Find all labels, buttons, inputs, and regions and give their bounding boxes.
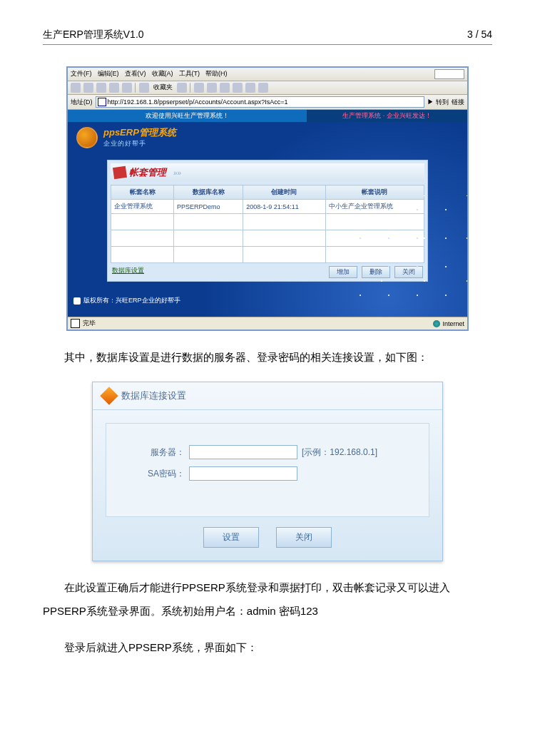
banner-welcome: 欢迎使用兴旺生产管理系统！ (68, 110, 307, 122)
speaker-icon (73, 297, 81, 305)
forward-icon[interactable] (83, 83, 93, 93)
back-icon[interactable] (71, 83, 81, 93)
copyright-bar: 版权所有：兴旺ERP企业的好帮手 (73, 296, 180, 305)
col-db: 数据库名称 (174, 185, 243, 200)
zone-icon (433, 320, 440, 327)
edit-icon[interactable] (220, 83, 230, 93)
toolbar: 收藏夹 (68, 81, 467, 95)
address-label: 地址(D) (71, 98, 93, 107)
search-icon[interactable] (139, 83, 149, 93)
extra1-icon[interactable] (233, 83, 243, 93)
menu-edit[interactable]: 编辑(E) (98, 69, 119, 79)
password-input[interactable] (189, 466, 297, 481)
server-row: 服务器： [示例：192.168.0.1] (121, 445, 414, 459)
server-hint: [示例：192.168.0.1] (302, 446, 377, 459)
stop-icon[interactable] (96, 83, 106, 93)
go-button[interactable]: ▶ 转到 (427, 98, 449, 107)
browser-window: 文件(F) 编辑(E) 查看(V) 收藏(A) 工具(T) 帮助(H) 收藏夹 (66, 66, 469, 331)
db-settings-link[interactable]: 数据库设置 (112, 266, 144, 278)
logo-area: ppsERP管理系统 企业的好帮手 (68, 122, 467, 153)
page-number: 3 / 54 (467, 29, 492, 41)
panel-title-bar: 帐套管理 »» (111, 163, 424, 182)
doc-title: 生产ERP管理系统V1.0 (43, 29, 382, 41)
url-text: http://192.168.1.8/ppserpset/p/Accounts/… (108, 98, 288, 106)
set-button[interactable]: 设置 (203, 527, 259, 548)
separator (135, 83, 136, 93)
decorative-sparkles (346, 195, 467, 317)
menu-file[interactable]: 文件(F) (71, 69, 92, 79)
brand-sub: 企业的好帮手 (103, 139, 176, 148)
dialog-title: 数据库连接设置 (121, 389, 186, 402)
cell-db: PPSERPDemo (174, 200, 243, 214)
history-icon[interactable] (177, 83, 187, 93)
top-banner: 欢迎使用兴旺生产管理系统！ 生产管理系统 · 企业兴旺发达！ (68, 110, 467, 122)
server-label: 服务器： (121, 446, 185, 459)
page-icon (98, 98, 106, 106)
dialog-body: 服务器： [示例：192.168.0.1] SA密码： (106, 423, 429, 517)
col-created: 创建时间 (243, 185, 325, 200)
page-header: 生产ERP管理系统V1.0 3 / 54 (43, 29, 492, 45)
copyright-text: 版权所有：兴旺ERP企业的好帮手 (83, 296, 180, 305)
server-input[interactable] (189, 445, 297, 459)
password-label: SA密码： (121, 468, 185, 480)
status-bar: 完毕 Internet (68, 317, 467, 330)
status-done: 完毕 (83, 319, 96, 328)
print-icon[interactable] (207, 83, 217, 93)
address-input[interactable]: http://192.168.1.8/ppserpset/p/Accounts/… (96, 96, 425, 108)
cell-account: 企业管理系统 (111, 200, 174, 214)
dialog-header: 数据库连接设置 (93, 382, 442, 410)
extra3-icon[interactable] (258, 83, 268, 93)
home-icon[interactable] (122, 83, 132, 93)
page-body: 欢迎使用兴旺生产管理系统！ 生产管理系统 · 企业兴旺发达！ ppsERP管理系… (68, 110, 467, 317)
panel-icon (113, 166, 127, 179)
panel-title: 帐套管理 (129, 166, 166, 179)
globe-icon (76, 127, 98, 148)
mail-icon[interactable] (194, 83, 204, 93)
refresh-icon[interactable] (109, 83, 119, 93)
extra2-icon[interactable] (245, 83, 255, 93)
menu-fav[interactable]: 收藏(A) (152, 69, 173, 79)
cell-created: 2008-1-9 21:54:11 (243, 200, 325, 214)
separator (190, 83, 191, 93)
page-status-icon (71, 319, 80, 328)
menu-tools[interactable]: 工具(T) (179, 69, 200, 79)
arrows-icon: »» (173, 169, 181, 177)
menu-view[interactable]: 查看(V) (125, 69, 146, 79)
brand-main: ppsERP管理系统 (103, 126, 176, 139)
zone-label: Internet (442, 320, 464, 327)
links-label[interactable]: 链接 (452, 98, 464, 107)
col-account: 帐套名称 (111, 185, 174, 200)
menu-help[interactable]: 帮助(H) (205, 69, 228, 79)
banner-slogan: 生产管理系统 · 企业兴旺发达！ (307, 110, 467, 122)
settings-icon (100, 387, 118, 404)
favorites-button[interactable]: 收藏夹 (152, 83, 174, 93)
close-button[interactable]: 关闭 (276, 527, 332, 548)
address-bar: 地址(D) http://192.168.1.8/ppserpset/p/Acc… (68, 95, 467, 110)
dialog-buttons: 设置 关闭 (93, 517, 442, 548)
paragraph-2: 在此设置正确后才能进行PPSERP系统登录和票据打印，双击帐套记录又可以进入PP… (43, 576, 492, 623)
menubar: 文件(F) 编辑(E) 查看(V) 收藏(A) 工具(T) 帮助(H) (68, 68, 467, 81)
paragraph-3: 登录后就进入PPSERP系统，界面如下： (43, 635, 492, 659)
paragraph-1: 其中，数据库设置是进行数据的服务器、登录密码的相关连接设置，如下图： (43, 345, 492, 369)
search-box[interactable] (434, 69, 464, 79)
db-settings-dialog: 数据库连接设置 服务器： [示例：192.168.0.1] SA密码： 设置 关… (92, 382, 443, 561)
password-row: SA密码： (121, 466, 414, 481)
